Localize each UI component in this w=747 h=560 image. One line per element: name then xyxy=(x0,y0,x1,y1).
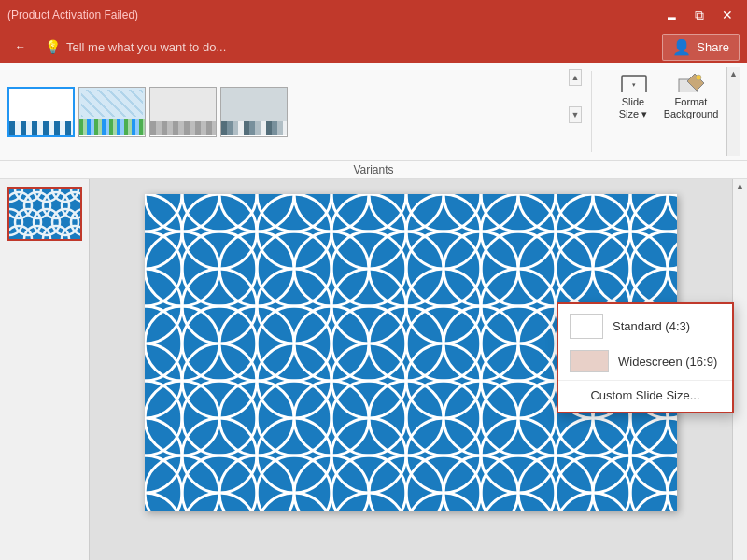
widescreen-16-9-option[interactable]: Widescreen (16:9) xyxy=(558,344,732,378)
theme-strip xyxy=(7,67,565,156)
close-button[interactable]: ✕ xyxy=(715,3,740,27)
back-button[interactable]: ← xyxy=(7,34,34,60)
search-placeholder: Tell me what you want to do... xyxy=(66,40,226,54)
slide-size-icon: ▾ xyxy=(618,72,648,92)
variants-label: Variants xyxy=(353,163,393,176)
main-scroll-up[interactable]: ▲ xyxy=(734,179,747,192)
scroll-up-button[interactable]: ▲ xyxy=(569,69,582,86)
main-right-scroll: ▲ xyxy=(732,179,747,560)
variants-bar: Variants xyxy=(0,161,747,179)
ribbon-content: ▲ ▼ ▾ SlideSize ▾ xyxy=(0,63,747,160)
ribbon-right-buttons: ▾ SlideSize ▾ Format Background xyxy=(605,67,719,125)
scroll-down-button[interactable]: ▼ xyxy=(569,106,582,123)
ribbon-right: ▾ SlideSize ▾ Format Background xyxy=(601,67,723,156)
main-area: ▲ Standard (4:3) Widescreen (16:9) Custo… xyxy=(0,179,747,560)
svg-point-3 xyxy=(696,75,701,80)
standard-4-3-option[interactable]: Standard (4:3) xyxy=(558,308,732,344)
slide-panel-thumb[interactable] xyxy=(7,187,82,241)
slide-size-button[interactable]: ▾ SlideSize ▾ xyxy=(605,67,661,125)
dropdown-divider xyxy=(558,380,732,381)
custom-slide-size-option[interactable]: Custom Slide Size... xyxy=(558,383,732,408)
minimize-button[interactable]: 🗕 xyxy=(659,3,684,27)
theme-thumb-1[interactable] xyxy=(7,87,75,137)
search-box: 💡 Tell me what you want to do... xyxy=(45,39,344,54)
custom-label: Custom Slide Size... xyxy=(590,388,699,402)
format-background-icon xyxy=(676,72,706,92)
ribbon-scroll: ▲ ▼ xyxy=(569,67,582,125)
ribbon-separator xyxy=(591,71,592,152)
title-bar: (Product Activation Failed) 🗕 ⧉ ✕ xyxy=(0,0,747,30)
main-scroll-track xyxy=(734,192,747,560)
theme-thumb-4[interactable] xyxy=(220,87,288,137)
menu-bar: ← 💡 Tell me what you want to do... 👤 Sha… xyxy=(0,30,747,63)
restore-button[interactable]: ⧉ xyxy=(687,3,712,27)
svg-text:▾: ▾ xyxy=(632,81,636,88)
theme-thumb-3[interactable] xyxy=(149,87,217,137)
slide-panel xyxy=(0,179,90,560)
share-button[interactable]: 👤 Share xyxy=(662,34,740,61)
ribbon: ▲ ▼ ▾ SlideSize ▾ xyxy=(0,63,747,161)
scroll-up-arrow[interactable]: ▲ xyxy=(727,67,740,80)
right-scroll-bar: ▲ xyxy=(726,67,740,156)
window-controls: 🗕 ⧉ ✕ xyxy=(659,3,740,27)
slide-size-dropdown: Standard (4:3) Widescreen (16:9) Custom … xyxy=(557,302,734,413)
standard-label: Standard (4:3) xyxy=(613,319,690,333)
slide-size-label: SlideSize ▾ xyxy=(619,96,647,120)
widescreen-label: Widescreen (16:9) xyxy=(618,355,717,369)
title-text: (Product Activation Failed) xyxy=(7,8,138,21)
share-label: Share xyxy=(697,40,729,54)
widescreen-preview xyxy=(570,350,609,372)
person-icon: 👤 xyxy=(672,38,691,56)
theme-thumb-2[interactable] xyxy=(78,87,146,137)
format-background-label: Format Background xyxy=(664,96,719,120)
standard-preview xyxy=(570,314,603,339)
lightbulb-icon: 💡 xyxy=(45,39,61,54)
scroll-track xyxy=(727,80,740,156)
format-background-button[interactable]: Format Background xyxy=(663,67,719,125)
